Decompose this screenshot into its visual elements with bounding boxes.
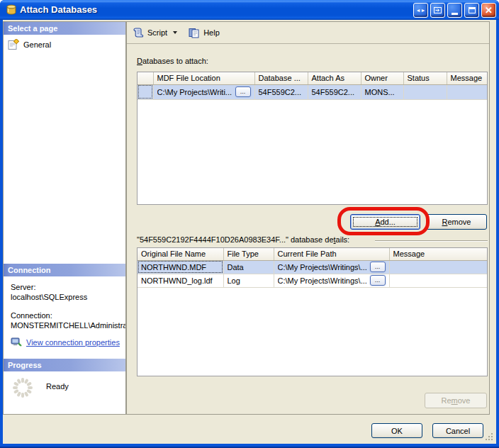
cancel-button[interactable]: Cancel — [432, 423, 483, 438]
toolbar: Script Help — [127, 22, 489, 44]
help-icon — [189, 27, 200, 38]
window-arrow-icon — [433, 6, 442, 15]
help-button[interactable]: Help — [189, 27, 220, 38]
file-path-text: C:\My Projects\Writings\... — [278, 276, 368, 285]
window-title: Attach Databases — [20, 0, 97, 20]
database-icon — [6, 4, 17, 16]
details-table-row[interactable]: NORTHWND_log.ldf Log C:\My Projects\Writ… — [138, 274, 487, 287]
column-database[interactable]: Database ... — [254, 72, 308, 84]
close-button[interactable]: ✕ — [481, 3, 496, 18]
script-label: Script — [147, 28, 167, 37]
connection-properties-icon — [11, 337, 23, 348]
message-cell[interactable] — [447, 84, 487, 99]
browse-mdf-button[interactable]: ... — [235, 86, 251, 97]
script-button[interactable]: Script — [133, 27, 177, 38]
mdf-path-text: C:\My Projects\Writi... — [157, 88, 233, 96]
details-separator — [375, 240, 488, 242]
help-label: Help — [203, 28, 220, 37]
pin-window-button[interactable] — [430, 3, 445, 18]
connection-header: Connection — [4, 264, 125, 276]
attach-table-row[interactable]: C:\My Projects\Writi... ... 54F559C2... … — [138, 84, 487, 99]
maximize-icon — [469, 7, 476, 13]
titlebar[interactable]: Attach Databases ◄► ✕ — [0, 0, 499, 20]
column-current-file-path[interactable]: Current File Path — [274, 248, 389, 260]
attach-table: MDF File Location Database ... Attach As… — [137, 72, 488, 205]
column-mdf-file-location[interactable]: MDF File Location — [153, 72, 254, 84]
browse-data-file-button[interactable]: ... — [370, 262, 386, 272]
progress-spinner-icon — [11, 376, 35, 400]
connection-panel: Server: localhost\SQLExpress Connection:… — [4, 276, 125, 359]
column-details-message[interactable]: Message — [389, 248, 487, 260]
original-file-name-cell[interactable]: NORTHWND_log.ldf — [138, 274, 223, 287]
size-arrows-button[interactable]: ◄► — [413, 3, 428, 18]
file-path-text: C:\My Projects\Writings\... — [278, 263, 368, 271]
minimize-icon — [452, 13, 458, 15]
database-name-cell[interactable]: 54F559C2... — [254, 84, 308, 99]
column-message[interactable]: Message — [447, 72, 487, 84]
ok-button[interactable]: OK — [371, 423, 422, 438]
column-status[interactable]: Status — [403, 72, 447, 84]
mdf-file-location-cell[interactable]: C:\My Projects\Writi... ... — [153, 84, 254, 99]
close-icon: ✕ — [485, 6, 493, 15]
column-original-file-name[interactable]: Original File Name — [138, 248, 223, 260]
server-label: Server: — [11, 282, 121, 292]
select-a-page-header: Select a page — [4, 22, 125, 35]
remove-details-button[interactable]: Remove — [425, 393, 487, 408]
original-file-name-cell[interactable]: NORTHWND.MDF — [138, 260, 223, 274]
view-connection-properties-link[interactable]: View connection properties — [26, 337, 120, 347]
details-table: Original File Name File Type Current Fil… — [137, 247, 488, 376]
browse-log-file-button[interactable]: ... — [370, 275, 386, 286]
main-panel: Script Help Databases to attach: — [126, 21, 490, 415]
server-value: localhost\SQLExpress — [11, 292, 121, 302]
column-attach-as[interactable]: Attach As — [308, 72, 361, 84]
details-table-row[interactable]: NORTHWND.MDF Data C:\My Projects\Writing… — [138, 260, 487, 274]
current-file-path-cell[interactable]: C:\My Projects\Writings\... ... — [274, 274, 389, 287]
file-type-cell[interactable]: Data — [223, 260, 274, 274]
sidebar: Select a page General Connection Server:… — [3, 21, 126, 415]
dialog-body: Select a page General Connection Server:… — [3, 20, 496, 444]
remove-button[interactable]: Remove — [426, 214, 487, 230]
owner-cell[interactable]: MONS... — [361, 84, 403, 99]
window-controls: ◄► ✕ — [413, 3, 496, 18]
progress-status: Ready — [46, 382, 69, 391]
left-right-arrows-icon: ◄► — [416, 8, 426, 13]
attach-as-cell[interactable]: 54F559C2... — [308, 84, 361, 99]
status-cell[interactable] — [403, 84, 447, 99]
progress-panel: Ready — [4, 371, 125, 414]
attach-databases-dialog: Attach Databases ◄► ✕ Select a page — [0, 0, 499, 448]
column-row-selector[interactable] — [138, 72, 153, 84]
page-list: General — [4, 35, 125, 264]
connection-value: MONSTERMITCHELL\Administra — [11, 320, 121, 330]
sidebar-item-label: General — [23, 40, 51, 49]
connection-label: Connection: — [11, 310, 121, 320]
resize-grip[interactable] — [485, 432, 493, 441]
add-button[interactable]: Add... — [350, 214, 420, 230]
progress-header: Progress — [4, 359, 125, 371]
chevron-down-icon — [173, 31, 177, 34]
database-details-label: "54F559C2192F4444F10D26A0983E34F..." dat… — [137, 235, 349, 244]
page-icon — [8, 39, 19, 50]
minimize-button[interactable] — [447, 3, 462, 18]
details-message-cell[interactable] — [389, 260, 487, 274]
column-owner[interactable]: Owner — [361, 72, 403, 84]
sidebar-item-general[interactable]: General — [4, 35, 125, 50]
attach-table-header-row: MDF File Location Database ... Attach As… — [138, 72, 487, 84]
details-message-cell[interactable] — [389, 274, 487, 287]
column-file-type[interactable]: File Type — [223, 248, 274, 260]
row-selector-cell[interactable] — [138, 84, 153, 99]
script-icon — [133, 27, 144, 38]
details-table-header-row: Original File Name File Type Current Fil… — [138, 248, 487, 260]
maximize-button[interactable] — [464, 3, 479, 18]
current-file-path-cell[interactable]: C:\My Projects\Writings\... ... — [274, 260, 389, 274]
databases-to-attach-label: Databases to attach: — [137, 57, 208, 65]
file-type-cell[interactable]: Log — [223, 274, 274, 287]
